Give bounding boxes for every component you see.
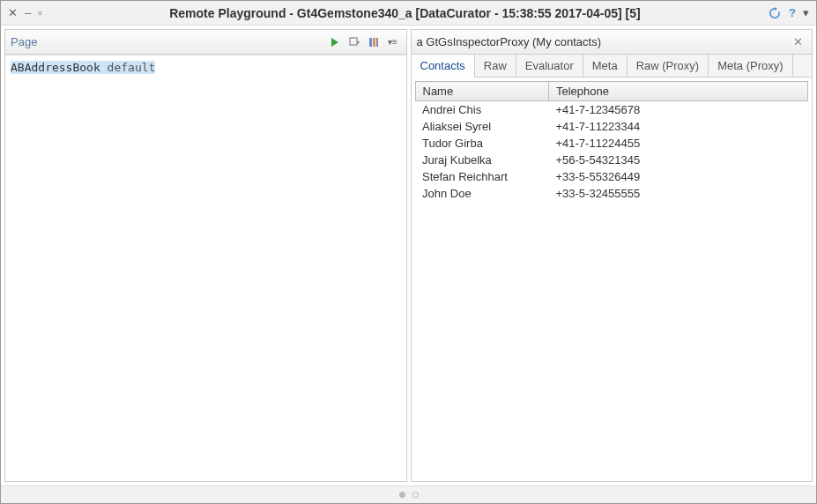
table-row[interactable]: John Doe+33-5-32455555 xyxy=(415,185,808,202)
tab-raw-proxy-[interactable]: Raw (Proxy) xyxy=(628,55,709,77)
play-icon[interactable] xyxy=(327,34,343,50)
table-row[interactable]: Stefan Reichhart+33-5-55326449 xyxy=(415,168,808,185)
tab-meta-proxy-[interactable]: Meta (Proxy) xyxy=(709,55,792,77)
table-row[interactable]: Andrei Chis+41-7-12345678 xyxy=(415,101,808,119)
pager-dot-inactive[interactable] xyxy=(412,492,419,498)
inspector-panel: a GtGsInspectorProxy (My contacts) ✕ Con… xyxy=(411,29,813,482)
svg-rect-2 xyxy=(373,38,375,47)
tab-contacts[interactable]: Contacts xyxy=(412,55,475,78)
cell-name: Tudor Girba xyxy=(415,135,548,152)
playground-tab[interactable]: Page xyxy=(11,35,327,48)
code-token-message: default xyxy=(100,61,156,74)
column-header-name[interactable]: Name xyxy=(415,82,548,101)
menu-dropdown-icon[interactable]: ▾≡ xyxy=(385,34,401,50)
inspector-header: a GtGsInspectorProxy (My contacts) ✕ xyxy=(412,30,813,55)
svg-rect-1 xyxy=(369,38,372,47)
table-row[interactable]: Tudor Girba+41-7-11224455 xyxy=(415,135,808,152)
tab-raw[interactable]: Raw xyxy=(475,55,516,77)
cell-name: Stefan Reichhart xyxy=(415,168,548,185)
close-tab-icon[interactable]: ✕ xyxy=(790,35,806,48)
cell-telephone: +41-7-12345678 xyxy=(548,101,807,119)
window-controls: ✕ – ▫ xyxy=(8,6,42,19)
main-area: Page ▾≡ ABAddressBook default a GtGsInsp… xyxy=(1,26,816,485)
cell-telephone: +56-5-54321345 xyxy=(548,152,807,168)
playground-panel: Page ▾≡ ABAddressBook default xyxy=(4,29,407,482)
cell-telephone: +33-5-32455555 xyxy=(548,185,807,202)
columns-icon[interactable] xyxy=(366,34,382,50)
contacts-table: Name Telephone Andrei Chis+41-7-12345678… xyxy=(415,81,809,202)
tab-evaluator[interactable]: Evaluator xyxy=(516,55,583,77)
tab-meta[interactable]: Meta xyxy=(583,55,628,77)
titlebar: ✕ – ▫ Remote Playground - Gt4Gemstone340… xyxy=(1,1,816,26)
svg-rect-0 xyxy=(350,38,357,45)
minimize-window-icon[interactable]: – xyxy=(25,6,31,19)
contacts-table-wrap: Name Telephone Andrei Chis+41-7-12345678… xyxy=(412,78,813,481)
cell-name: John Doe xyxy=(415,185,548,202)
titlebar-right: ? ▾ xyxy=(768,6,809,20)
table-row[interactable]: Aliaksei Syrel+41-7-11223344 xyxy=(415,118,808,135)
inspect-icon[interactable] xyxy=(346,34,362,50)
cell-telephone: +33-5-55326449 xyxy=(548,168,807,185)
cell-telephone: +41-7-11224455 xyxy=(548,135,807,152)
code-token-class: ABAddressBook xyxy=(11,61,100,74)
playground-toolbar: ▾≡ xyxy=(327,34,401,50)
svg-rect-3 xyxy=(376,38,378,47)
footer-pager xyxy=(1,485,816,503)
inspector-tabs: ContactsRawEvaluatorMetaRaw (Proxy)Meta … xyxy=(412,55,813,78)
inspector-title: a GtGsInspectorProxy (My contacts) xyxy=(417,35,791,48)
cell-name: Aliaksei Syrel xyxy=(415,118,548,135)
playground-header: Page ▾≡ xyxy=(5,30,406,55)
cell-name: Juraj Kubelka xyxy=(415,152,548,168)
dropdown-menu-icon[interactable]: ▾ xyxy=(803,6,809,19)
refresh-icon[interactable] xyxy=(768,6,782,20)
close-window-icon[interactable]: ✕ xyxy=(8,6,18,19)
cell-telephone: +41-7-11223344 xyxy=(548,118,807,135)
pager-dot-active[interactable] xyxy=(399,492,405,498)
window-title: Remote Playground - Gt4Gemstone340_a [Da… xyxy=(42,6,768,20)
cell-name: Andrei Chis xyxy=(415,101,548,119)
column-header-telephone[interactable]: Telephone xyxy=(548,82,807,101)
help-icon[interactable]: ? xyxy=(789,6,796,19)
code-editor[interactable]: ABAddressBook default xyxy=(5,55,406,481)
table-row[interactable]: Juraj Kubelka+56-5-54321345 xyxy=(415,152,808,168)
